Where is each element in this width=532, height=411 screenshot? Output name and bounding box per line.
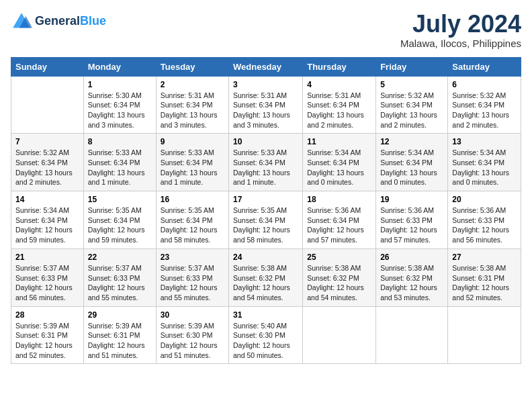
day-info: Sunrise: 5:35 AMSunset: 6:34 PMDaylight:…: [161, 205, 224, 245]
day-cell: 3Sunrise: 5:31 AMSunset: 6:34 PMDaylight…: [229, 76, 303, 134]
page-header: GeneralBlue July 2024 Malawa, Ilocos, Ph…: [11, 11, 521, 49]
day-cell: 27Sunrise: 5:38 AMSunset: 6:31 PMDayligh…: [448, 248, 521, 306]
day-number: 6: [452, 80, 517, 89]
day-cell: 2Sunrise: 5:31 AMSunset: 6:34 PMDaylight…: [156, 76, 228, 134]
day-cell: 11Sunrise: 5:34 AMSunset: 6:34 PMDayligh…: [303, 134, 376, 191]
calendar-body: 1Sunrise: 5:30 AMSunset: 6:34 PMDaylight…: [11, 76, 521, 364]
day-number: 27: [452, 253, 517, 262]
day-info: Sunrise: 5:34 AMSunset: 6:34 PMDaylight:…: [15, 205, 79, 245]
day-cell: 7Sunrise: 5:32 AMSunset: 6:34 PMDaylight…: [11, 134, 84, 191]
day-cell: 15Sunrise: 5:35 AMSunset: 6:34 PMDayligh…: [83, 191, 156, 249]
day-number: 30: [161, 310, 224, 320]
day-cell: 22Sunrise: 5:37 AMSunset: 6:33 PMDayligh…: [83, 248, 156, 306]
day-cell: 8Sunrise: 5:33 AMSunset: 6:34 PMDaylight…: [83, 134, 156, 191]
day-cell: [303, 306, 376, 364]
day-info: Sunrise: 5:39 AMSunset: 6:31 PMDaylight:…: [15, 321, 79, 361]
day-number: 13: [452, 137, 517, 146]
day-cell: 28Sunrise: 5:39 AMSunset: 6:31 PMDayligh…: [11, 306, 84, 364]
day-cell: 18Sunrise: 5:36 AMSunset: 6:34 PMDayligh…: [303, 191, 376, 249]
day-cell: 19Sunrise: 5:36 AMSunset: 6:33 PMDayligh…: [376, 191, 448, 249]
day-number: 25: [307, 253, 371, 262]
day-number: 2: [161, 80, 224, 89]
day-number: 8: [88, 137, 152, 146]
day-number: 17: [233, 195, 298, 204]
calendar-title: July 2024: [400, 11, 521, 38]
day-cell: 31Sunrise: 5:40 AMSunset: 6:30 PMDayligh…: [229, 306, 303, 364]
day-info: Sunrise: 5:36 AMSunset: 6:34 PMDaylight:…: [307, 205, 371, 245]
day-cell: 17Sunrise: 5:35 AMSunset: 6:34 PMDayligh…: [229, 191, 303, 249]
day-info: Sunrise: 5:39 AMSunset: 6:30 PMDaylight:…: [161, 321, 224, 361]
day-info: Sunrise: 5:31 AMSunset: 6:34 PMDaylight:…: [307, 91, 371, 130]
day-number: 12: [380, 137, 443, 146]
day-info: Sunrise: 5:40 AMSunset: 6:30 PMDaylight:…: [233, 321, 298, 361]
day-number: 10: [233, 137, 298, 146]
day-cell: 24Sunrise: 5:38 AMSunset: 6:32 PMDayligh…: [229, 248, 303, 306]
day-number: 18: [307, 195, 371, 204]
day-info: Sunrise: 5:37 AMSunset: 6:33 PMDaylight:…: [161, 263, 224, 303]
day-number: 31: [233, 310, 298, 320]
title-block: July 2024 Malawa, Ilocos, Philippines: [400, 11, 521, 49]
day-number: 24: [233, 253, 298, 262]
col-header-saturday: Saturday: [448, 57, 521, 76]
calendar-location: Malawa, Ilocos, Philippines: [400, 38, 521, 49]
day-info: Sunrise: 5:32 AMSunset: 6:34 PMDaylight:…: [452, 91, 517, 130]
day-cell: 16Sunrise: 5:35 AMSunset: 6:34 PMDayligh…: [156, 191, 228, 249]
day-info: Sunrise: 5:33 AMSunset: 6:34 PMDaylight:…: [88, 148, 152, 187]
week-row-5: 28Sunrise: 5:39 AMSunset: 6:31 PMDayligh…: [11, 306, 521, 364]
day-info: Sunrise: 5:39 AMSunset: 6:31 PMDaylight:…: [88, 321, 152, 361]
day-info: Sunrise: 5:34 AMSunset: 6:34 PMDaylight:…: [380, 148, 443, 187]
week-row-3: 14Sunrise: 5:34 AMSunset: 6:34 PMDayligh…: [11, 191, 521, 249]
day-number: 16: [161, 195, 224, 204]
day-cell: 5Sunrise: 5:32 AMSunset: 6:34 PMDaylight…: [376, 76, 448, 134]
day-info: Sunrise: 5:31 AMSunset: 6:34 PMDaylight:…: [233, 91, 298, 130]
col-header-sunday: Sunday: [11, 57, 84, 76]
day-cell: 30Sunrise: 5:39 AMSunset: 6:30 PMDayligh…: [156, 306, 228, 364]
day-info: Sunrise: 5:32 AMSunset: 6:34 PMDaylight:…: [15, 148, 79, 187]
day-number: 28: [15, 310, 79, 320]
day-info: Sunrise: 5:34 AMSunset: 6:34 PMDaylight:…: [452, 148, 517, 187]
day-number: 23: [161, 253, 224, 262]
day-cell: 6Sunrise: 5:32 AMSunset: 6:34 PMDaylight…: [448, 76, 521, 134]
day-info: Sunrise: 5:35 AMSunset: 6:34 PMDaylight:…: [88, 205, 152, 245]
day-number: 20: [452, 195, 517, 204]
calendar-header: SundayMondayTuesdayWednesdayThursdayFrid…: [11, 57, 521, 76]
day-info: Sunrise: 5:38 AMSunset: 6:32 PMDaylight:…: [307, 263, 371, 303]
day-cell: 1Sunrise: 5:30 AMSunset: 6:34 PMDaylight…: [83, 76, 156, 134]
day-number: 14: [15, 195, 79, 204]
day-cell: 4Sunrise: 5:31 AMSunset: 6:34 PMDaylight…: [303, 76, 376, 134]
day-cell: 25Sunrise: 5:38 AMSunset: 6:32 PMDayligh…: [303, 248, 376, 306]
day-cell: 21Sunrise: 5:37 AMSunset: 6:33 PMDayligh…: [11, 248, 84, 306]
day-info: Sunrise: 5:33 AMSunset: 6:34 PMDaylight:…: [233, 148, 298, 187]
col-header-wednesday: Wednesday: [229, 57, 303, 76]
calendar-table: SundayMondayTuesdayWednesdayThursdayFrid…: [11, 57, 521, 365]
day-info: Sunrise: 5:31 AMSunset: 6:34 PMDaylight:…: [161, 91, 224, 130]
day-cell: 23Sunrise: 5:37 AMSunset: 6:33 PMDayligh…: [156, 248, 228, 306]
day-info: Sunrise: 5:37 AMSunset: 6:33 PMDaylight:…: [15, 263, 79, 303]
day-info: Sunrise: 5:37 AMSunset: 6:33 PMDaylight:…: [88, 263, 152, 303]
logo: GeneralBlue: [11, 11, 106, 32]
col-header-friday: Friday: [376, 57, 448, 76]
day-cell: 9Sunrise: 5:33 AMSunset: 6:34 PMDaylight…: [156, 134, 228, 191]
logo-blue: Blue: [80, 14, 106, 28]
day-cell: [376, 306, 448, 364]
day-number: 29: [88, 310, 152, 320]
logo-text-line1: GeneralBlue: [35, 15, 106, 28]
day-info: Sunrise: 5:32 AMSunset: 6:34 PMDaylight:…: [380, 91, 443, 130]
day-cell: 13Sunrise: 5:34 AMSunset: 6:34 PMDayligh…: [448, 134, 521, 191]
day-cell: 10Sunrise: 5:33 AMSunset: 6:34 PMDayligh…: [229, 134, 303, 191]
day-info: Sunrise: 5:30 AMSunset: 6:34 PMDaylight:…: [88, 91, 152, 130]
week-row-4: 21Sunrise: 5:37 AMSunset: 6:33 PMDayligh…: [11, 248, 521, 306]
col-header-tuesday: Tuesday: [156, 57, 228, 76]
day-number: 4: [307, 80, 371, 89]
col-header-thursday: Thursday: [303, 57, 376, 76]
col-header-monday: Monday: [83, 57, 156, 76]
day-info: Sunrise: 5:38 AMSunset: 6:32 PMDaylight:…: [380, 263, 443, 303]
day-number: 3: [233, 80, 298, 89]
day-info: Sunrise: 5:38 AMSunset: 6:32 PMDaylight:…: [233, 263, 298, 303]
day-cell: 29Sunrise: 5:39 AMSunset: 6:31 PMDayligh…: [83, 306, 156, 364]
day-number: 7: [15, 137, 79, 146]
day-number: 5: [380, 80, 443, 89]
day-number: 21: [15, 253, 79, 262]
day-cell: [11, 76, 84, 134]
day-number: 19: [380, 195, 443, 204]
